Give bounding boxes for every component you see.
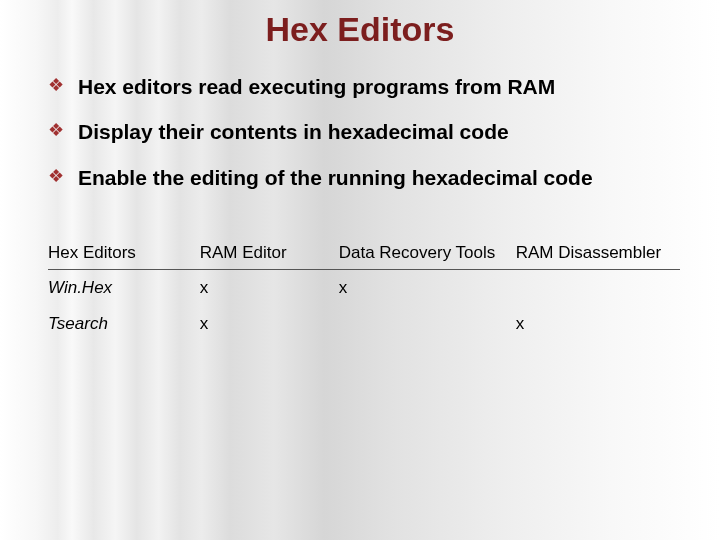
bullet-text: Hex editors read executing programs from… (78, 73, 555, 100)
row-name: Win.Hex (48, 269, 200, 306)
table-cell (516, 269, 680, 306)
table-header: Hex Editors (48, 237, 200, 270)
bullet-item: ❖ Enable the editing of the running hexa… (48, 164, 680, 191)
diamond-icon: ❖ (48, 73, 64, 97)
table-cell (339, 306, 516, 342)
bullet-text: Enable the editing of the running hexade… (78, 164, 593, 191)
table-header: RAM Disassembler (516, 237, 680, 270)
table-header: RAM Editor (200, 237, 339, 270)
table-cell: x (516, 306, 680, 342)
diamond-icon: ❖ (48, 164, 64, 188)
bullet-text: Display their contents in hexadecimal co… (78, 118, 509, 145)
table-cell: x (339, 269, 516, 306)
slide-title: Hex Editors (0, 0, 720, 73)
table-cell: x (200, 269, 339, 306)
table-row: Tsearch x x (48, 306, 680, 342)
table-row: Win.Hex x x (48, 269, 680, 306)
bullet-list: ❖ Hex editors read executing programs fr… (0, 73, 720, 191)
comparison-table: Hex Editors RAM Editor Data Recovery Too… (0, 209, 720, 342)
table-cell: x (200, 306, 339, 342)
row-name: Tsearch (48, 306, 200, 342)
bullet-item: ❖ Display their contents in hexadecimal … (48, 118, 680, 145)
diamond-icon: ❖ (48, 118, 64, 142)
bullet-item: ❖ Hex editors read executing programs fr… (48, 73, 680, 100)
table-header: Data Recovery Tools (339, 237, 516, 270)
table-header-row: Hex Editors RAM Editor Data Recovery Too… (48, 237, 680, 270)
